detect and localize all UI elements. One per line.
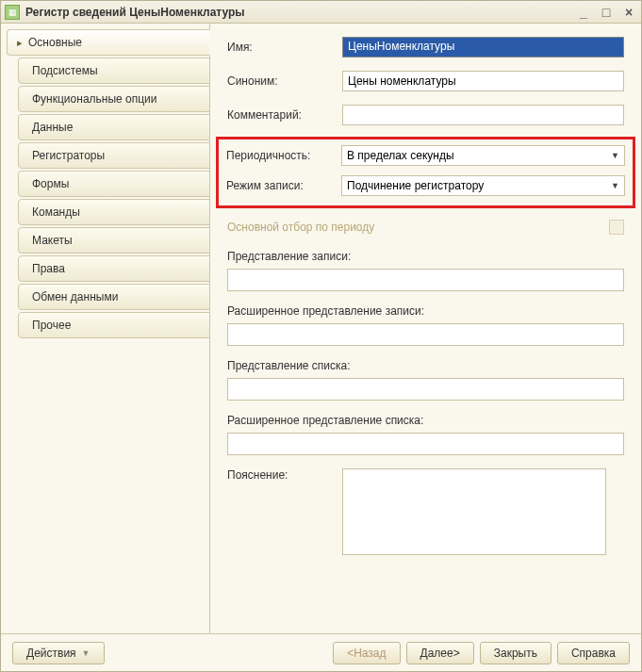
help-button[interactable]: Справка [557,642,630,664]
tab-label: Данные [32,121,73,134]
row-main-filter: Основной отбор по периоду [227,218,624,237]
sidebar: Основные Подсистемы Функциональные опции… [1,24,210,633]
explanation-label: Пояснение: [227,468,342,482]
synonym-input[interactable] [342,71,624,91]
back-button[interactable]: <Назад [333,642,400,664]
explanation-input[interactable] [342,468,606,555]
main-filter-label: Основной отбор по периоду [227,221,374,234]
titlebar: ▦ Регистр сведений ЦеныНоменклатуры _ □ … [1,1,641,24]
tab-commands[interactable]: Команды [18,199,210,225]
tab-rights[interactable]: Права [18,255,210,282]
periodicity-select[interactable]: В пределах секунды ▼ [341,145,625,166]
main-filter-checkbox [609,220,624,235]
chevron-down-icon: ▼ [611,181,619,190]
tab-layouts[interactable]: Макеты [18,227,210,254]
next-label: Далее> [420,647,460,660]
tab-label: Формы [32,177,69,190]
tab-main[interactable]: Основные [7,29,210,56]
name-label: Имя: [227,41,342,54]
row-write-mode: Режим записи: Подчинение регистратору ▼ [226,175,625,196]
tab-other[interactable]: Прочее [18,312,210,338]
ext-list-presentation-input[interactable] [227,433,624,455]
window: ▦ Регистр сведений ЦеныНоменклатуры _ □ … [0,0,642,672]
row-comment: Комментарий: [227,105,624,125]
record-presentation-label: Представление записи: [227,250,624,263]
tab-label: Подсистемы [32,64,98,77]
tab-forms[interactable]: Формы [18,171,210,197]
list-presentation-input[interactable] [227,378,624,401]
window-controls: _ □ × [575,5,637,20]
next-button[interactable]: Далее> [406,642,474,664]
tab-label: Макеты [32,234,73,247]
tab-data-exchange[interactable]: Обмен данными [18,284,210,310]
comment-label: Комментарий: [227,108,342,122]
tab-label: Основные [28,36,82,49]
periodicity-value: В пределах секунды [347,149,454,162]
tab-data[interactable]: Данные [18,114,210,140]
write-mode-label: Режим записи: [226,179,341,192]
minimize-button[interactable]: _ [575,5,592,20]
content: Имя: ЦеныНоменклатуры Синоним: Комментар… [209,24,641,633]
block-ext-record-presentation: Расширенное представление записи: [227,304,624,346]
ext-record-presentation-input[interactable] [227,323,624,346]
write-mode-select[interactable]: Подчинение регистратору ▼ [341,175,625,196]
ext-record-presentation-label: Расширенное представление записи: [227,304,624,318]
close-button[interactable]: × [620,5,637,20]
register-icon: ▦ [5,5,20,20]
ext-list-presentation-label: Расширенное представление списка: [227,414,624,427]
write-mode-value: Подчинение регистратору [347,179,484,192]
help-label: Справка [571,647,616,660]
actions-label: Действия [26,647,76,660]
tab-registrators[interactable]: Регистраторы [18,142,210,169]
tab-subsystems[interactable]: Подсистемы [18,57,210,84]
footer: Действия▼ <Назад Далее> Закрыть Справка [1,633,641,671]
tab-label: Команды [32,205,80,219]
tab-label: Обмен данными [32,290,118,303]
close-label: Закрыть [494,647,537,660]
block-record-presentation: Представление записи: [227,250,624,291]
list-presentation-label: Представление списка: [227,359,624,372]
highlight-box: Периодичность: В пределах секунды ▼ Режи… [216,137,635,208]
block-list-presentation: Представление списка: [227,359,624,401]
periodicity-label: Периодичность: [226,149,341,162]
block-ext-list-presentation: Расширенное представление списка: [227,414,624,455]
tab-label: Регистраторы [32,149,105,162]
row-periodicity: Периодичность: В пределах секунды ▼ [226,145,625,166]
window-title: Регистр сведений ЦеныНоменклатуры [25,6,575,19]
actions-button[interactable]: Действия▼ [12,642,105,664]
maximize-button[interactable]: □ [598,5,615,20]
back-label: <Назад [347,647,386,660]
record-presentation-input[interactable] [227,269,624,291]
row-synonym: Синоним: [227,71,624,91]
name-input[interactable]: ЦеныНоменклатуры [342,37,624,57]
chevron-down-icon: ▼ [82,648,91,658]
row-name: Имя: ЦеныНоменклатуры [227,37,624,57]
tab-functional-options[interactable]: Функциональные опции [18,86,210,112]
close-button-footer[interactable]: Закрыть [480,642,551,664]
tab-label: Функциональные опции [32,92,157,106]
synonym-label: Синоним: [227,74,342,88]
comment-input[interactable] [342,105,624,125]
row-explanation: Пояснение: [227,468,624,555]
body: Основные Подсистемы Функциональные опции… [1,24,641,633]
tab-label: Права [32,262,65,275]
chevron-down-icon: ▼ [611,151,619,160]
tab-label: Прочее [32,319,71,332]
